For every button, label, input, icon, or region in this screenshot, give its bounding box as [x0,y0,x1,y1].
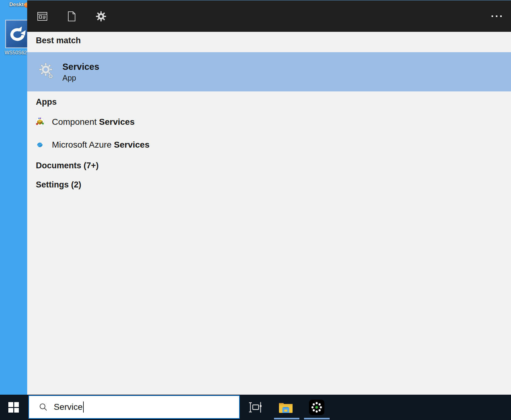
apps-filter-icon[interactable] [37,10,48,23]
app-result-label: Component Services [52,117,135,127]
windows-logo-icon [8,402,19,413]
spinner-app-button[interactable] [307,398,326,417]
search-results-panel: Best match [27,0,511,395]
start-button[interactable] [0,395,27,420]
remote-app-icon [5,20,28,48]
desktop-shortcut-label: WS50S62 [2,50,30,56]
settings-section-header[interactable]: Settings (2) [36,179,81,190]
app-result-component-services[interactable]: Component Services [27,111,511,132]
app-result-label: Microsoft Azure Services [52,140,150,150]
documents-section-header[interactable]: Documents (7+) [36,160,99,171]
taskbar: Service [0,395,511,420]
documents-filter-icon[interactable] [66,10,77,23]
app-label-emphasis: Services [114,140,150,149]
search-query-text: Service [54,402,82,412]
app-label-prefix: Microsoft Azure [52,140,114,149]
best-match-header: Best match [36,35,81,46]
apps-section-header: Apps [36,97,57,107]
more-options-icon[interactable] [492,10,502,23]
services-gear-icon [38,63,54,81]
app-result-microsoft-azure-services[interactable]: Microsoft Azure Services [27,134,511,155]
app-label-prefix: Component [52,117,99,127]
text-caret [83,401,84,413]
settings-filter-icon[interactable] [96,10,106,23]
taskbar-search-input[interactable]: Service [28,395,240,419]
spinner-app-icon [309,400,324,415]
app-label-emphasis: Services [99,117,135,127]
task-view-icon [248,401,263,414]
file-explorer-button[interactable] [277,398,295,417]
best-match-result-services[interactable]: Services App [27,52,511,91]
search-filter-toolbar [27,0,511,32]
best-match-subtitle: App [62,74,99,82]
task-view-button[interactable] [246,398,265,417]
search-icon [39,403,48,411]
component-services-icon [35,117,45,127]
best-match-title: Services [62,62,99,72]
azure-services-icon [35,140,45,150]
file-explorer-running-indicator [274,418,299,419]
spinner-app-running-indicator [304,418,330,419]
file-explorer-icon [278,401,294,414]
best-match-texts: Services App [62,62,99,82]
